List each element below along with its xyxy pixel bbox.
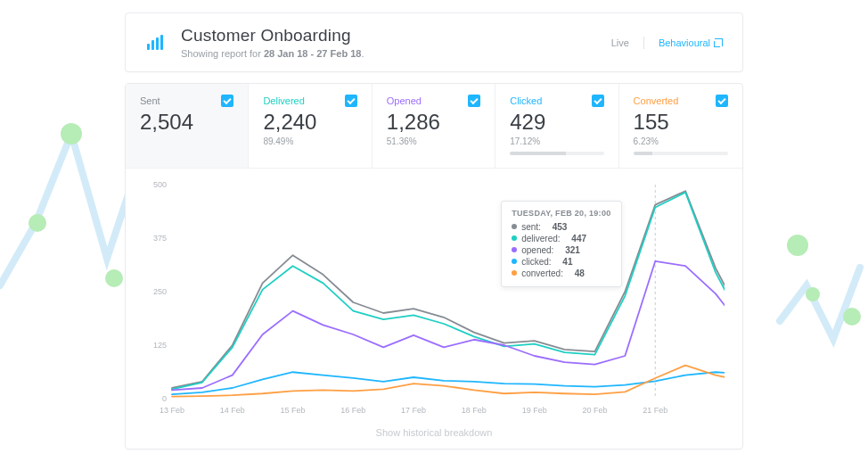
chart-tooltip: TUESDAY, FEB 20, 19:00 sent: 453 deliver… <box>501 201 621 287</box>
stat-clicked[interactable]: Clicked 429 17.12% <box>495 84 618 168</box>
show-historical-link[interactable]: Show historical breakdown <box>126 422 742 449</box>
svg-text:13 Feb: 13 Feb <box>160 406 184 415</box>
stat-percent: 89.49% <box>263 136 356 146</box>
svg-text:21 Feb: 21 Feb <box>643 406 667 415</box>
stat-percent: 17.12% <box>510 136 603 146</box>
progress-bar <box>510 152 603 155</box>
svg-text:250: 250 <box>153 287 167 296</box>
svg-text:17 Feb: 17 Feb <box>401 406 426 415</box>
report-subtitle: Showing report for 28 Jan 18 - 27 Feb 18… <box>181 48 595 59</box>
stat-label: Converted <box>634 95 679 106</box>
svg-text:19 Feb: 19 Feb <box>522 406 547 415</box>
report-header: Customer Onboarding Showing report for 2… <box>125 12 743 72</box>
checkbox-icon[interactable] <box>345 95 357 107</box>
stat-label: Delivered <box>263 95 304 106</box>
divider <box>643 37 644 49</box>
line-chart[interactable]: 012525037550013 Feb14 Feb15 Feb16 Feb17 … <box>151 177 725 418</box>
tooltip-title: TUESDAY, FEB 20, 19:00 <box>512 209 610 218</box>
svg-text:18 Feb: 18 Feb <box>462 406 487 415</box>
progress-bar <box>634 152 728 155</box>
stat-value: 1,286 <box>387 110 480 135</box>
checkbox-icon[interactable] <box>716 95 728 107</box>
checkbox-icon[interactable] <box>468 95 480 107</box>
chart-area: 012525037550013 Feb14 Feb15 Feb16 Feb17 … <box>126 169 742 422</box>
checkbox-icon[interactable] <box>592 95 604 107</box>
stats-row: Sent 2,504 Delivered 2,240 89.49% Opened… <box>126 84 742 169</box>
svg-text:0: 0 <box>162 394 167 403</box>
stat-percent: 51.36% <box>387 136 480 146</box>
stat-value: 155 <box>634 110 728 135</box>
stat-opened[interactable]: Opened 1,286 51.36% <box>373 84 495 168</box>
stat-value: 2,504 <box>140 110 233 135</box>
stat-value: 2,240 <box>263 110 356 135</box>
stat-value: 429 <box>510 110 603 135</box>
stat-delivered[interactable]: Delivered 2,240 89.49% <box>249 84 372 168</box>
svg-rect-8 <box>156 37 159 50</box>
svg-text:500: 500 <box>153 180 167 189</box>
checkbox-icon[interactable] <box>221 95 233 107</box>
svg-text:14 Feb: 14 Feb <box>220 406 245 415</box>
stat-percent: 6.23% <box>634 136 728 146</box>
live-label: Live <box>611 37 629 48</box>
external-link-icon <box>715 38 723 46</box>
stat-sent[interactable]: Sent 2,504 <box>126 84 249 168</box>
svg-rect-7 <box>151 40 154 50</box>
report-title: Customer Onboarding <box>181 26 595 45</box>
stat-label: Opened <box>387 95 422 106</box>
svg-text:20 Feb: 20 Feb <box>582 406 607 415</box>
svg-text:15 Feb: 15 Feb <box>281 406 306 415</box>
svg-text:16 Feb: 16 Feb <box>340 406 365 415</box>
stat-label: Clicked <box>510 95 542 106</box>
svg-rect-6 <box>147 44 150 50</box>
svg-text:125: 125 <box>153 341 167 350</box>
report-body: Sent 2,504 Delivered 2,240 89.49% Opened… <box>125 83 743 450</box>
bar-chart-icon <box>145 33 165 53</box>
stat-converted[interactable]: Converted 155 6.23% <box>619 84 742 168</box>
svg-text:375: 375 <box>153 234 167 243</box>
behavioural-link[interactable]: Behavioural <box>659 37 723 48</box>
svg-rect-9 <box>160 35 163 50</box>
stat-label: Sent <box>140 95 160 106</box>
